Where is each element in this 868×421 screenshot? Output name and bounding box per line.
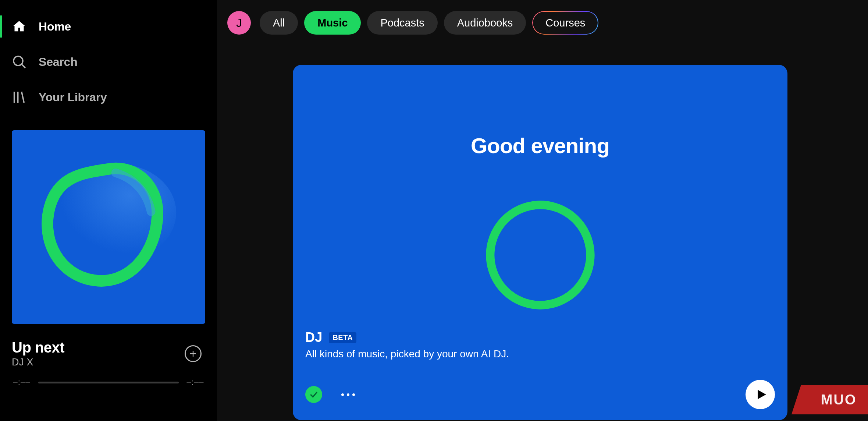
now-playing-subtitle[interactable]: DJ X [12,357,64,368]
nav-item-home[interactable]: Home [0,9,217,44]
check-icon [309,390,319,399]
sidebar: Home Search Your Library [0,0,217,421]
library-icon [10,88,28,106]
dj-ring-icon [480,195,601,315]
progress-bar[interactable] [38,382,179,383]
top-row: J All Music Podcasts Audiobooks Courses [227,11,850,35]
card-title: DJ [305,330,322,345]
svg-point-0 [14,56,23,66]
now-playing-title: Up next [12,339,64,356]
svg-marker-10 [758,390,766,399]
dot-icon [347,393,349,396]
svg-line-4 [22,92,24,103]
search-icon [10,53,28,71]
watermark-text: MUO [821,392,857,408]
filter-chips: All Music Podcasts Audiobooks Courses [260,11,598,35]
greeting-title: Good evening [293,133,787,158]
time-elapsed: –:–– [12,378,32,387]
watermark: MUO [791,385,868,414]
svg-line-1 [22,64,25,68]
progress-row: –:–– –:–– [0,368,217,387]
avatar-initial: J [236,16,242,30]
nav-item-library[interactable]: Your Library [0,79,217,115]
main-content: J All Music Podcasts Audiobooks Courses … [217,0,868,421]
time-total: –:–– [185,378,205,387]
more-options-button[interactable] [341,393,355,396]
nav-label-search: Search [39,55,78,69]
chip-all[interactable]: All [260,11,298,35]
beta-badge: BETA [329,332,356,343]
now-playing-info: Up next DJ X [0,324,217,368]
now-playing-art[interactable] [12,130,205,324]
card-footer: DJ BETA All kinds of music, picked by yo… [305,330,775,409]
nav-label-home: Home [39,20,71,33]
chip-music[interactable]: Music [304,11,361,35]
dot-icon [352,393,355,396]
play-button[interactable] [746,380,775,409]
home-icon [10,18,28,35]
avatar[interactable]: J [227,11,251,35]
nav-label-library: Your Library [39,91,107,104]
dj-card[interactable]: Good evening DJ BETA All kinds of music,… [293,65,787,420]
dj-blob-icon [12,130,205,324]
plus-icon [189,349,198,358]
chip-audiobooks[interactable]: Audiobooks [444,11,526,35]
card-description: All kinds of music, picked by your own A… [305,348,775,360]
svg-point-9 [480,195,601,315]
dj-visual [293,195,787,315]
add-to-button[interactable] [185,345,202,362]
dot-icon [341,393,344,396]
play-icon [755,388,768,401]
chip-podcasts[interactable]: Podcasts [367,11,437,35]
added-check-button[interactable] [305,386,322,403]
nav-item-search[interactable]: Search [0,44,217,79]
chip-courses[interactable]: Courses [532,11,598,35]
